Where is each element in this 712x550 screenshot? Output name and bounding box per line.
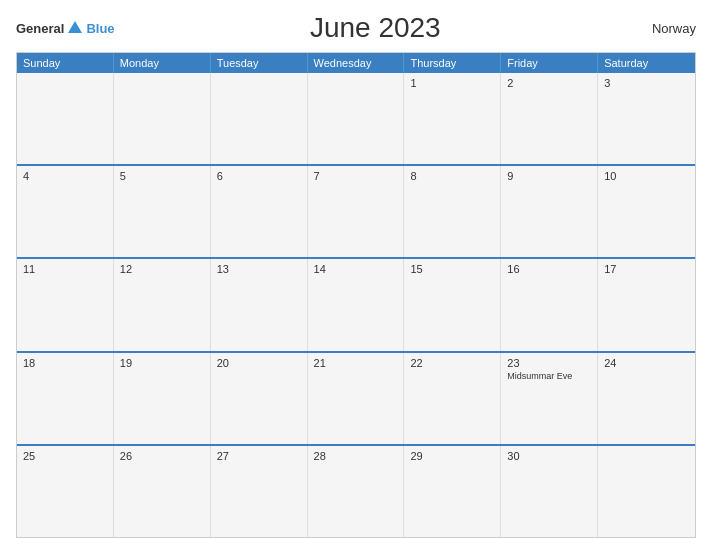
header-monday: Monday <box>114 53 211 73</box>
day-number: 26 <box>120 450 204 462</box>
logo-blue-text: Blue <box>86 21 114 36</box>
day-cell-5-6: 30 <box>501 446 598 537</box>
event-label: Midsummar Eve <box>507 371 591 381</box>
week-row-2: 45678910 <box>17 164 695 257</box>
month-title: June 2023 <box>115 12 636 44</box>
week-row-5: 252627282930 <box>17 444 695 537</box>
day-number: 3 <box>604 77 689 89</box>
day-number: 16 <box>507 263 591 275</box>
day-cell-4-2: 19 <box>114 353 211 444</box>
week-row-3: 11121314151617 <box>17 257 695 350</box>
day-cell-4-4: 21 <box>308 353 405 444</box>
day-cell-2-3: 6 <box>211 166 308 257</box>
day-number: 21 <box>314 357 398 369</box>
logo: General Blue <box>16 21 115 36</box>
week-row-1: 123 <box>17 73 695 164</box>
day-cell-5-2: 26 <box>114 446 211 537</box>
day-cell-4-3: 20 <box>211 353 308 444</box>
day-cell-2-6: 9 <box>501 166 598 257</box>
header-friday: Friday <box>501 53 598 73</box>
day-cell-1-7: 3 <box>598 73 695 164</box>
day-number: 19 <box>120 357 204 369</box>
day-number: 17 <box>604 263 689 275</box>
day-cell-5-7 <box>598 446 695 537</box>
day-cell-1-5: 1 <box>404 73 501 164</box>
day-number: 27 <box>217 450 301 462</box>
day-number: 5 <box>120 170 204 182</box>
day-number: 9 <box>507 170 591 182</box>
day-number: 24 <box>604 357 689 369</box>
header-saturday: Saturday <box>598 53 695 73</box>
day-cell-3-2: 12 <box>114 259 211 350</box>
day-cell-5-3: 27 <box>211 446 308 537</box>
day-number: 1 <box>410 77 494 89</box>
day-number: 30 <box>507 450 591 462</box>
day-cell-3-1: 11 <box>17 259 114 350</box>
day-cell-4-5: 22 <box>404 353 501 444</box>
day-number: 25 <box>23 450 107 462</box>
week-row-4: 181920212223Midsummar Eve24 <box>17 351 695 444</box>
day-cell-5-4: 28 <box>308 446 405 537</box>
day-number: 4 <box>23 170 107 182</box>
day-cell-2-1: 4 <box>17 166 114 257</box>
day-cell-1-3 <box>211 73 308 164</box>
day-cell-5-1: 25 <box>17 446 114 537</box>
day-cell-4-7: 24 <box>598 353 695 444</box>
logo-triangle-icon <box>68 21 82 33</box>
day-cell-1-6: 2 <box>501 73 598 164</box>
day-cell-1-4 <box>308 73 405 164</box>
header: General Blue June 2023 Norway <box>16 12 696 44</box>
day-cell-5-5: 29 <box>404 446 501 537</box>
calendar-grid: Sunday Monday Tuesday Wednesday Thursday… <box>16 52 696 538</box>
day-cell-2-7: 10 <box>598 166 695 257</box>
day-number: 14 <box>314 263 398 275</box>
day-cell-4-6: 23Midsummar Eve <box>501 353 598 444</box>
day-cell-1-1 <box>17 73 114 164</box>
day-cell-3-3: 13 <box>211 259 308 350</box>
day-number: 20 <box>217 357 301 369</box>
day-cell-2-5: 8 <box>404 166 501 257</box>
day-headers-row: Sunday Monday Tuesday Wednesday Thursday… <box>17 53 695 73</box>
day-number: 11 <box>23 263 107 275</box>
day-number: 12 <box>120 263 204 275</box>
country-label: Norway <box>636 21 696 36</box>
header-wednesday: Wednesday <box>308 53 405 73</box>
day-number: 7 <box>314 170 398 182</box>
day-cell-3-4: 14 <box>308 259 405 350</box>
day-number: 8 <box>410 170 494 182</box>
day-number: 22 <box>410 357 494 369</box>
day-number: 2 <box>507 77 591 89</box>
weeks-container: 1234567891011121314151617181920212223Mid… <box>17 73 695 537</box>
header-thursday: Thursday <box>404 53 501 73</box>
day-cell-4-1: 18 <box>17 353 114 444</box>
logo-general-text: General <box>16 21 64 36</box>
day-number: 10 <box>604 170 689 182</box>
day-cell-3-6: 16 <box>501 259 598 350</box>
day-number: 6 <box>217 170 301 182</box>
day-number: 15 <box>410 263 494 275</box>
day-cell-3-5: 15 <box>404 259 501 350</box>
day-number: 18 <box>23 357 107 369</box>
day-cell-2-2: 5 <box>114 166 211 257</box>
day-number: 13 <box>217 263 301 275</box>
header-sunday: Sunday <box>17 53 114 73</box>
day-number: 28 <box>314 450 398 462</box>
day-cell-2-4: 7 <box>308 166 405 257</box>
header-tuesday: Tuesday <box>211 53 308 73</box>
day-cell-1-2 <box>114 73 211 164</box>
day-cell-3-7: 17 <box>598 259 695 350</box>
day-number: 29 <box>410 450 494 462</box>
calendar-page: General Blue June 2023 Norway Sunday Mon… <box>0 0 712 550</box>
day-number: 23 <box>507 357 591 369</box>
